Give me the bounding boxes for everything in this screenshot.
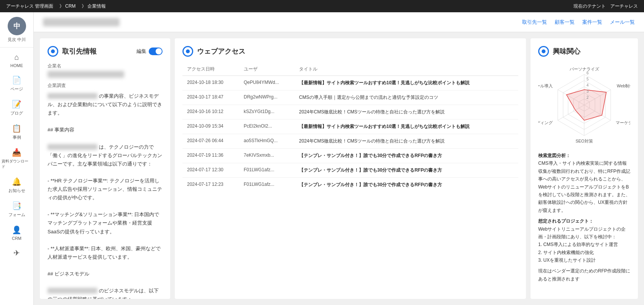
web-access-icon <box>182 46 193 57</box>
cell-title: 【テンプレ・サンプル付き！】誰でも30分で作成できるRFPの書き方 <box>294 149 518 163</box>
sidebar-item-label: ページ <box>10 86 23 92</box>
nav-links: 取引先一覧 顧客一覧 案件一覧 メール一覧 <box>522 19 635 26</box>
panel-web-access: ウェブアクセス アクセス日時 ユーザ タイトル 2024-10-18 18:30… <box>175 38 526 299</box>
table-row: 2024-07-26 06:44ao5STkHmGQ...2024年CMS徹底比… <box>182 134 518 149</box>
company-name-value <box>48 71 124 78</box>
home-icon: ⌂ <box>14 53 19 62</box>
panel-header-right: 興味関心 <box>538 46 630 57</box>
cell-user: kSZsYGt1Dg... <box>239 105 294 120</box>
edit-toggle[interactable] <box>149 48 163 55</box>
project-text: Webサイトリニューアルプロジェクトの企画・計画段階にあり、以下を検討中： <box>538 226 626 239</box>
panel-supplier-info: 取引先情報 編集 企業名 企業調査 株式会社テクノロジー の事業内容、ビジネスモ… <box>40 38 170 299</box>
nav-link-projects[interactable]: 案件一覧 <box>582 19 602 26</box>
svg-text:Web制作: Web制作 <box>617 84 630 88</box>
table-row: 2024-10-09 15:34PcEI2knOI2...【最新情報】サイト内検… <box>182 120 518 134</box>
secondary-nav: 取引先一覧 顧客一覧 案件一覧 メール一覧 <box>34 12 644 32</box>
company-name-label: 企業名 <box>48 63 163 69</box>
sidebar-item-label: フォーム <box>8 212 25 218</box>
sidebar-divider <box>0 47 33 48</box>
col-header-user: ユーザ <box>239 63 294 76</box>
sidebar-item-label: 事例 <box>13 134 21 140</box>
analysis-text: CMS導入・サイト内検索実装に関する情報収集が複数回行われており、特にRFP作成… <box>538 161 630 213</box>
cell-title: 2024年CMS徹底比較！CMSツールの特徴と自社に合った選び方を解説 <box>294 105 518 120</box>
col-header-datetime: アクセス日時 <box>182 63 239 76</box>
table-row: 2024-10-18 18:30QePU84YMWd...【最新情報】サイト内検… <box>182 76 518 90</box>
cell-datetime: 2024-10-18 18:30 <box>182 76 239 90</box>
avatar: 中 <box>8 17 26 35</box>
cell-datetime: 2024-07-17 12:30 <box>182 163 239 178</box>
sidebar-username: 見次 中川 <box>8 37 26 43</box>
svg-text:SEO対策: SEO対策 <box>575 139 593 143</box>
sidebar-item-blog[interactable]: 📝 ブログ <box>0 96 33 120</box>
edit-label: 編集 <box>136 48 146 55</box>
svg-text:6: 6 <box>586 71 589 75</box>
svg-text:ツール導入: ツール導入 <box>538 84 553 88</box>
supplier-info-title: 取引先情報 <box>62 47 97 56</box>
crm-icon: 👤 <box>12 225 21 234</box>
notice-icon: 🔔 <box>12 177 21 186</box>
sidebar: 中 見次 中川 ⌂ HOME 📄 ページ 📝 ブログ 📋 事例 📥 資料ダウンロ… <box>0 12 34 305</box>
radar-chart: パーソナライズ Web制作 マーケティング支援 SEO対策 ブランディング ツー… <box>538 63 630 147</box>
sidebar-item-label: HOME <box>10 63 23 68</box>
breadcrumb: アーチャレス 管理画面 》 CRM 》 企業情報 <box>6 3 106 10</box>
interest-analysis: 検索意図分析： CMS導入・サイト内検索実装に関する情報収集が複数回行われており… <box>538 152 630 283</box>
cell-user: F01LWG1afz... <box>239 178 294 192</box>
supplier-info-icon <box>48 46 58 57</box>
nav-link-emails[interactable]: メール一覧 <box>610 19 635 26</box>
sidebar-item-form[interactable]: 📑 フォーム <box>0 197 33 221</box>
panel-title-left: 取引先情報 <box>48 46 97 57</box>
sidebar-item-extra[interactable]: ✈ <box>0 244 33 263</box>
sidebar-item-label: ブログ <box>10 110 23 116</box>
panel-header-left: 取引先情報 編集 <box>48 46 163 57</box>
svg-text:マーケティング支援: マーケティング支援 <box>616 120 630 125</box>
download-icon: 📥 <box>12 148 21 157</box>
cell-title: CMSの導入手順｜選定から公開までの流れと適切な予算設定のコツ <box>294 90 518 105</box>
survey-text: 株式会社テクノロジー の事業内容、ビジネスモデル、および企業動向について以下のよ… <box>48 92 163 299</box>
cell-user: QePU84YMWd... <box>239 76 294 90</box>
interest-title: 興味関心 <box>553 47 580 56</box>
project-title: 想定されるプロジェクト： <box>538 218 593 224</box>
cell-datetime: 2024-07-19 11:36 <box>182 149 239 163</box>
table-row: 2024-10-16 10:12kSZsYGt1Dg...2024年CMS徹底比… <box>182 105 518 120</box>
svg-text:3: 3 <box>586 89 589 93</box>
cell-user: ao5STkHmGQ... <box>239 134 294 149</box>
table-row: 2024-07-17 12:23F01LWG1afz...【テンプレ・サンプル付… <box>182 178 518 192</box>
table-head: アクセス日時 ユーザ タイトル <box>182 63 518 76</box>
cell-title: 【最新情報】サイト内検索ツールおすすめ10選！見逃しがちな比較ポイントも解説 <box>294 76 518 90</box>
sidebar-item-label: CRM <box>12 236 21 241</box>
top-nav: アーチャレス 管理画面 》 CRM 》 企業情報 現在のテナント アーチャレス <box>0 0 644 12</box>
nav-link-suppliers[interactable]: 取引先一覧 <box>522 19 547 26</box>
svg-text:2: 2 <box>586 95 589 100</box>
web-access-table: アクセス日時 ユーザ タイトル 2024-10-18 18:30QePU84YM… <box>182 63 518 192</box>
sidebar-item-case[interactable]: 📋 事例 <box>0 120 33 144</box>
cell-title: 【テンプレ・サンプル付き！】誰でも30分で作成できるRFPの書き方 <box>294 163 518 178</box>
cell-datetime: 2024-07-26 06:44 <box>182 134 239 149</box>
interest-icon <box>538 46 549 57</box>
svg-marker-11 <box>567 90 606 120</box>
table-row: 2024-10-17 18:47DRg2wNWPrg...CMSの導入手順｜選定… <box>182 90 518 105</box>
blur-company-name-2: 株式会社テクノロジー <box>48 144 97 150</box>
edit-toggle-group: 編集 <box>136 48 163 55</box>
cell-user: PcEI2knOI2... <box>239 120 294 134</box>
cell-user: DRg2wNWPrg... <box>239 90 294 105</box>
panels: 取引先情報 編集 企業名 企業調査 株式会社テクノロジー の事業内容、ビジネスモ… <box>34 32 644 305</box>
cell-datetime: 2024-10-16 10:12 <box>182 105 239 120</box>
footer-text: 現在はベンダー選定のためのRFP作成段階にあると推測されます <box>538 268 630 281</box>
case-icon: 📋 <box>12 124 21 133</box>
sidebar-item-download[interactable]: 📥 資料ダウンロード <box>0 144 33 173</box>
sidebar-item-crm[interactable]: 👤 CRM <box>0 221 33 244</box>
main-content: 取引先一覧 顧客一覧 案件一覧 メール一覧 取引先情報 編集 <box>34 12 644 305</box>
nav-link-customers[interactable]: 顧客一覧 <box>555 19 575 26</box>
sidebar-item-label: お知らせ <box>8 188 25 193</box>
sidebar-item-home[interactable]: ⌂ HOME <box>0 49 33 72</box>
sidebar-item-page[interactable]: 📄 ページ <box>0 72 33 96</box>
table-body: 2024-10-18 18:30QePU84YMWd...【最新情報】サイト内検… <box>182 76 518 192</box>
blur-company-name-1: 株式会社テクノロジー <box>48 93 97 99</box>
cell-datetime: 2024-10-09 15:34 <box>182 120 239 134</box>
svg-text:5: 5 <box>586 77 589 81</box>
sidebar-item-notice[interactable]: 🔔 お知らせ <box>0 173 33 197</box>
panel-header-center: ウェブアクセス <box>182 46 518 57</box>
project-item-2: 2. サイト内検索機能の強化 <box>538 250 594 255</box>
web-access-title: ウェブアクセス <box>197 47 245 56</box>
project-item-3: 3. UXを重視したサイト設計 <box>538 257 596 263</box>
